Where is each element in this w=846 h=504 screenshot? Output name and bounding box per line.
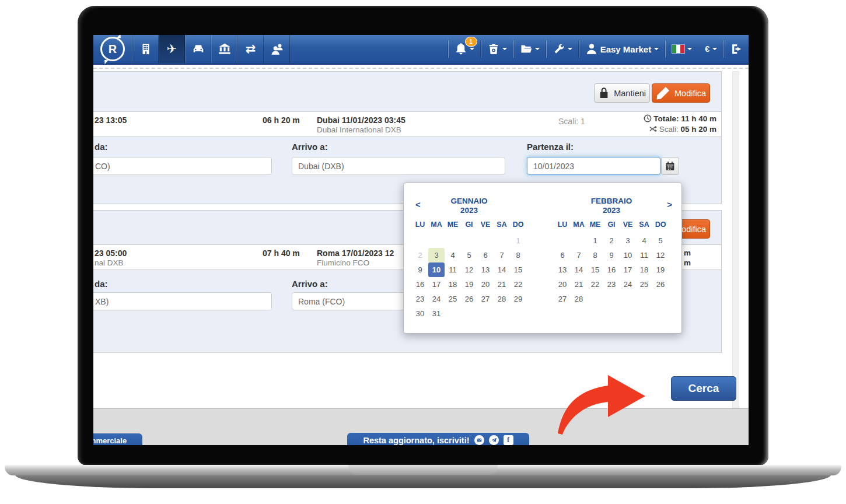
to-label: Arrivo a: xyxy=(292,142,328,152)
calendar-day-febbraio-3[interactable]: 3 xyxy=(620,233,636,248)
keep-button[interactable]: Mantieni xyxy=(594,83,650,103)
calendar-day-febbraio-18[interactable]: 18 xyxy=(636,262,652,277)
calendar-day-febbraio-15[interactable]: 15 xyxy=(587,262,603,277)
tab-transfers[interactable]: ⇄ xyxy=(237,35,264,63)
calendar-day-gennaio-20[interactable]: 20 xyxy=(477,277,494,292)
tab-agents[interactable] xyxy=(264,35,290,63)
calendar-day-febbraio-26[interactable]: 26 xyxy=(652,277,669,292)
files-menu[interactable] xyxy=(514,35,546,63)
calendar-day-gennaio-22[interactable]: 22 xyxy=(510,277,526,292)
calendar-day-gennaio-28[interactable]: 28 xyxy=(494,292,510,306)
facebook-icon[interactable]: f xyxy=(504,435,513,445)
language-menu[interactable] xyxy=(666,35,698,63)
calendar-day-gennaio-10[interactable]: 10 xyxy=(428,262,445,277)
subscribe-banner-label: Resta aggiornato, iscriviti! xyxy=(363,436,469,445)
calendar-day-header: SA xyxy=(494,220,510,229)
calendar-day-febbraio-7[interactable]: 7 xyxy=(571,248,587,262)
tab-hotel[interactable] xyxy=(132,35,159,63)
calendar-day-gennaio-8[interactable]: 8 xyxy=(510,248,526,262)
departure-date-input[interactable] xyxy=(527,157,660,175)
calendar-day-gennaio-9[interactable]: 9 xyxy=(412,262,428,277)
edit-button[interactable]: Modifica xyxy=(652,83,710,103)
calendar-day-gennaio-15[interactable]: 15 xyxy=(510,262,526,277)
calendar-day-febbraio-19[interactable]: 19 xyxy=(652,262,669,277)
notifications-menu[interactable]: 1 xyxy=(449,35,481,63)
people-icon xyxy=(271,43,284,55)
calendar-day-febbraio-13[interactable]: 13 xyxy=(554,262,571,277)
app-logo[interactable]: R xyxy=(93,35,132,63)
total-time-line: Totale: 11 h 40 m xyxy=(644,114,716,124)
calendar-day-febbraio-27[interactable]: 27 xyxy=(554,292,571,306)
totals-partial-line: m xyxy=(684,258,691,267)
calendar-day-gennaio-24[interactable]: 24 xyxy=(428,292,445,306)
from-input[interactable] xyxy=(93,157,272,175)
calendar-day-gennaio-12[interactable]: 12 xyxy=(461,262,477,277)
calendar-day-febbraio-24[interactable]: 24 xyxy=(620,277,636,292)
to-input[interactable] xyxy=(292,157,505,175)
calendar-day-gennaio-17[interactable]: 17 xyxy=(428,277,445,292)
calendar-day-gennaio-5[interactable]: 5 xyxy=(461,248,477,262)
calendar-day-febbraio-14[interactable]: 14 xyxy=(571,262,587,277)
calendar-day-febbraio-17[interactable]: 17 xyxy=(620,262,636,277)
calendar-day-febbraio-1[interactable]: 1 xyxy=(587,233,603,248)
calendar-day-gennaio-18[interactable]: 18 xyxy=(445,277,461,292)
calendar-day-febbraio-23[interactable]: 23 xyxy=(603,277,620,292)
calendar-day-gennaio-26[interactable]: 26 xyxy=(461,292,477,306)
calendar-day-gennaio-7[interactable]: 7 xyxy=(494,248,510,262)
calendar-day-gennaio-23[interactable]: 23 xyxy=(412,292,428,306)
edit-button-label: Modifica xyxy=(674,89,706,98)
calendar-day-febbraio-4[interactable]: 4 xyxy=(636,233,652,248)
trash-menu[interactable] xyxy=(481,35,513,63)
calendar-day-gennaio-3[interactable]: 3 xyxy=(428,248,445,262)
calendar-day-febbraio-10[interactable]: 10 xyxy=(620,248,636,262)
clock-icon xyxy=(644,114,652,123)
tools-menu[interactable] xyxy=(547,35,579,63)
calendar-day-febbraio-28[interactable]: 28 xyxy=(571,292,587,306)
footer-commercial-button[interactable]: mmerciale xyxy=(93,433,142,445)
subscribe-banner[interactable]: Resta aggiornato, iscriviti! f xyxy=(347,433,529,445)
wrench-icon xyxy=(553,43,565,55)
calendar-day-febbraio-6[interactable]: 6 xyxy=(554,248,571,262)
calendar-day-gennaio-19[interactable]: 19 xyxy=(461,277,477,292)
calendar-day-febbraio-12[interactable]: 12 xyxy=(652,248,669,262)
page-scrollbar[interactable] xyxy=(732,71,739,410)
calendar-day-febbraio-5[interactable]: 5 xyxy=(652,233,669,248)
email-icon[interactable] xyxy=(474,435,484,445)
calendar-day-gennaio-16[interactable]: 16 xyxy=(412,277,428,292)
calendar-day-febbraio-9[interactable]: 9 xyxy=(603,248,620,262)
tab-bank[interactable] xyxy=(211,35,237,63)
tab-cars[interactable] xyxy=(185,35,211,63)
logout-button[interactable] xyxy=(724,35,749,63)
calendar-day-febbraio-22[interactable]: 22 xyxy=(587,277,603,292)
calendar-day-gennaio-25[interactable]: 25 xyxy=(445,292,461,306)
user-menu[interactable]: Easy Market xyxy=(579,35,666,63)
calendar-day-febbraio-25[interactable]: 25 xyxy=(636,277,652,292)
calendar-day-gennaio-14[interactable]: 14 xyxy=(494,262,510,277)
open-calendar-button[interactable] xyxy=(661,157,679,175)
calendar-day-febbraio-8[interactable]: 8 xyxy=(587,248,603,262)
calendar-day-febbraio-20[interactable]: 20 xyxy=(554,277,571,292)
tab-flights[interactable]: ✈ xyxy=(159,35,185,63)
calendar-day-febbraio-16[interactable]: 16 xyxy=(603,262,620,277)
calendar-day-gennaio-27[interactable]: 27 xyxy=(477,292,494,306)
calendar-empty-cell xyxy=(603,292,620,306)
calendar-day-gennaio-6[interactable]: 6 xyxy=(477,248,494,262)
folder-icon xyxy=(520,43,532,55)
from-input[interactable] xyxy=(93,292,272,310)
search-button[interactable]: Cerca xyxy=(671,376,736,401)
calendar-day-gennaio-11[interactable]: 11 xyxy=(445,262,461,277)
telegram-icon[interactable] xyxy=(489,435,499,445)
calendar-day-gennaio-2[interactable]: 2 xyxy=(412,248,428,262)
currency-menu[interactable]: € xyxy=(698,35,723,63)
calendar-day-gennaio-30[interactable]: 30 xyxy=(412,306,428,321)
calendar-day-gennaio-13[interactable]: 13 xyxy=(477,262,494,277)
flight-duration: 07 h 40 m xyxy=(263,249,300,258)
calendar-day-febbraio-21[interactable]: 21 xyxy=(571,277,587,292)
calendar-day-gennaio-4[interactable]: 4 xyxy=(445,248,461,262)
calendar-day-gennaio-31[interactable]: 31 xyxy=(428,306,445,321)
calendar-day-gennaio-29[interactable]: 29 xyxy=(510,292,526,306)
calendar-day-gennaio-21[interactable]: 21 xyxy=(494,277,510,292)
calendar-day-febbraio-11[interactable]: 11 xyxy=(636,248,652,262)
calendar-day-febbraio-2[interactable]: 2 xyxy=(603,233,620,248)
calendar-day-gennaio-1[interactable]: 1 xyxy=(510,233,526,248)
